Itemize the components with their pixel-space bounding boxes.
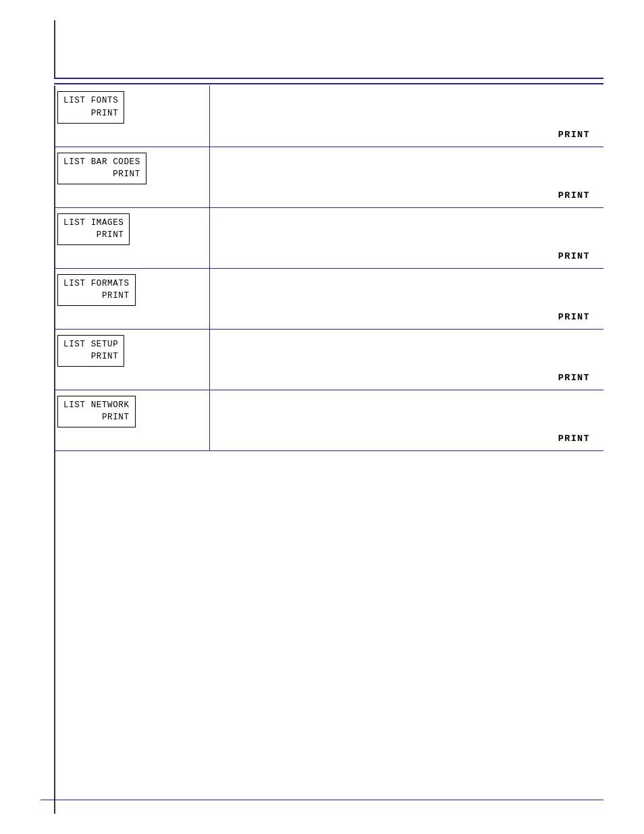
- cmd-box-fonts: LIST FONTSPRINT: [57, 91, 124, 124]
- cmd-line1-setup: LIST SETUP: [63, 338, 118, 351]
- right-cell-images: PRINT: [209, 207, 603, 268]
- print-label-formats: PRINT: [558, 312, 590, 322]
- cmd-line2-fonts: PRINT: [63, 107, 118, 120]
- main-table: LIST FONTSPRINTPRINTLIST BAR CODESPRINTP…: [54, 78, 603, 451]
- table-row-bar_codes: LIST BAR CODESPRINTPRINT: [54, 147, 603, 207]
- page: LIST FONTSPRINTPRINTLIST BAR CODESPRINTP…: [0, 0, 644, 834]
- cmd-line1-fonts: LIST FONTS: [63, 95, 118, 107]
- print-label-images: PRINT: [558, 251, 590, 261]
- bottom-rule: [41, 800, 603, 800]
- cmd-box-formats: LIST FORMATSPRINT: [57, 274, 136, 307]
- cmd-box-images: LIST IMAGESPRINT: [57, 213, 130, 246]
- right-cell-setup: PRINT: [209, 329, 603, 390]
- cmd-line1-bar_codes: LIST BAR CODES: [63, 156, 140, 169]
- table-row-network: LIST NETWORKPRINTPRINT: [54, 390, 603, 450]
- cmd-box-network: LIST NETWORKPRINT: [57, 396, 136, 428]
- print-label-fonts: PRINT: [558, 130, 590, 140]
- table-row-formats: LIST FORMATSPRINTPRINT: [54, 268, 603, 329]
- cmd-line2-setup: PRINT: [63, 350, 118, 363]
- table-row-setup: LIST SETUPPRINTPRINT: [54, 329, 603, 390]
- left-cell-formats: LIST FORMATSPRINT: [54, 268, 209, 329]
- cmd-line2-network: PRINT: [63, 411, 130, 424]
- cmd-line2-formats: PRINT: [63, 290, 130, 303]
- header-row: [54, 78, 603, 84]
- cmd-line1-formats: LIST FORMATS: [63, 278, 130, 290]
- print-label-network: PRINT: [558, 434, 590, 444]
- print-label-setup: PRINT: [558, 373, 590, 383]
- left-cell-images: LIST IMAGESPRINT: [54, 207, 209, 268]
- right-cell-network: PRINT: [209, 390, 603, 450]
- print-label-bar_codes: PRINT: [558, 190, 590, 201]
- right-cell-bar_codes: PRINT: [209, 147, 603, 207]
- cmd-line2-images: PRINT: [63, 229, 124, 242]
- cmd-line1-network: LIST NETWORK: [63, 399, 130, 412]
- cmd-line2-bar_codes: PRINT: [63, 168, 140, 181]
- left-cell-fonts: LIST FONTSPRINT: [54, 86, 209, 147]
- left-cell-bar_codes: LIST BAR CODESPRINT: [54, 147, 209, 207]
- right-cell-fonts: PRINT: [209, 86, 603, 147]
- cmd-box-bar_codes: LIST BAR CODESPRINT: [57, 153, 146, 185]
- table-row-images: LIST IMAGESPRINTPRINT: [54, 207, 603, 268]
- left-cell-setup: LIST SETUPPRINT: [54, 329, 209, 390]
- cmd-line1-images: LIST IMAGES: [63, 217, 124, 230]
- table-row-fonts: LIST FONTSPRINTPRINT: [54, 86, 603, 147]
- cmd-box-setup: LIST SETUPPRINT: [57, 335, 124, 367]
- left-cell-network: LIST NETWORKPRINT: [54, 390, 209, 450]
- right-cell-formats: PRINT: [209, 268, 603, 329]
